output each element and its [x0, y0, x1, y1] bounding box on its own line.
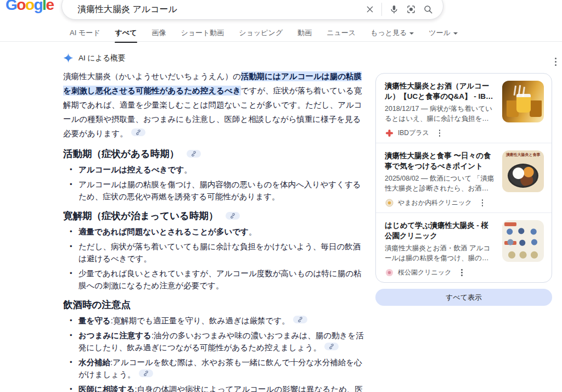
section-heading: 飲酒時の注意点	[63, 298, 364, 311]
citation-link-icon[interactable]	[187, 150, 201, 158]
ai-overview-menu-icon[interactable]	[553, 56, 558, 68]
source-card-thumbnail[interactable]	[502, 81, 544, 122]
logo-letter: o	[25, 0, 34, 13]
citation-link-icon[interactable]	[293, 316, 307, 323]
bullet-text: 少量であれば良いとされていますが、アルコール度数が高いものは特に腸の粘膜への刺激…	[78, 269, 362, 290]
bullet-text: 。	[249, 227, 257, 236]
bullet-item: おつまみに注意する:油分の多いおつまみや味の濃いおつまみは、腸の動きを活発にした…	[63, 329, 364, 354]
source-name[interactable]: IBDプラス	[398, 128, 429, 138]
source-favicon	[385, 199, 394, 208]
citation-link-icon[interactable]	[131, 128, 145, 136]
section-heading: 寛解期（症状が治まっている時期）	[63, 209, 364, 222]
tab-label: ニュース	[327, 28, 356, 38]
search-bar[interactable]	[61, 0, 443, 20]
google-logo[interactable]: Google	[5, 0, 53, 14]
tab-label: ショート動画	[181, 28, 224, 38]
tab-画像[interactable]: 画像	[151, 28, 166, 39]
source-attribution-row: やまおか内科クリニック	[385, 198, 544, 208]
section-bullet-list: アルコールは控えるべきです。アルコールは腸の粘膜を傷つけ、腸内容物の悪いものを体…	[63, 164, 364, 203]
bullet-item: アルコールは腸の粘膜を傷つけ、腸内容物の悪いものを体内へ入りやすくするため、症状…	[63, 178, 364, 203]
bullet-text: 。	[184, 165, 192, 174]
ai-overview-panel: AI による概要 潰瘍性大腸炎（かいようせいだいちょうえん）の活動期にはアルコー…	[63, 53, 364, 392]
source-attribution-row: IBDプラス	[385, 128, 544, 138]
bullet-bold-text: 医師に相談する	[78, 385, 135, 392]
search-input[interactable]	[77, 4, 366, 14]
source-card-title[interactable]: はじめて学ぶ潰瘍性大腸炎 - 桜公園クリニック	[385, 220, 496, 241]
source-card-title[interactable]: 潰瘍性大腸炎と食事 〜日々の食事で気をつけるべきポイント	[385, 150, 496, 171]
source-card-thumbnail[interactable]	[502, 220, 544, 262]
bullet-item: 水分補給:アルコールを飲む際は、水やお茶も一緒に飲んで十分な水分補給を心がけまし…	[63, 356, 364, 380]
tab-label: 動画	[297, 28, 312, 38]
tab-label: 画像	[151, 28, 166, 38]
source-attribution-row: 桜公園クリニック	[385, 268, 544, 277]
bullet-item: 量を守る:寛解期でも適正量を守り、飲み過ぎは厳禁です。	[63, 315, 364, 327]
tab-もっと見る[interactable]: もっと見る	[370, 28, 414, 39]
tab-動画[interactable]: 動画	[297, 28, 312, 39]
chevron-down-icon	[453, 32, 458, 35]
ai-overview-intro: 潰瘍性大腸炎（かいようせいだいちょうえん）の活動期にはアルコールは腸の粘膜を刺激…	[63, 69, 364, 141]
source-card-snippet: 2025/08/02 — 飲酒について 「潰瘍性大腸炎と診断されたら、お酒はもう…	[385, 173, 496, 193]
card-menu-icon[interactable]	[438, 128, 442, 138]
bullet-bold-text: おつまみに注意する	[78, 331, 151, 340]
source-card-text: 潰瘍性大腸炎と食事 〜日々の食事で気をつけるべきポイント2025/08/02 —…	[385, 150, 502, 193]
tab-すべて[interactable]: すべて	[115, 28, 137, 39]
clear-icon[interactable]	[366, 5, 374, 14]
bullet-item: 医師に相談する:自身の体調や病状によってアルコールの影響は異なるため、医師と相談…	[63, 383, 364, 392]
source-card-snippet: 潰瘍性大腸炎とお酒・飲酒 アルコールは腸の粘膜を傷つけ、腸の内容物の悪いものを体…	[385, 243, 496, 263]
bullet-item: アルコールは控えるべきです。	[63, 164, 364, 176]
ai-overview-header: AI による概要	[63, 53, 364, 63]
bullet-bold-text: 量を守る	[78, 316, 111, 325]
bullet-text: アルコールは腸の粘膜を傷つけ、腸内容物の悪いものを体内へ入りやすくするため、症状…	[78, 180, 361, 201]
source-name[interactable]: 桜公園クリニック	[398, 268, 451, 277]
mic-icon[interactable]	[389, 4, 399, 14]
ai-overview-label: AI による概要	[78, 53, 125, 63]
bullet-bold-text: アルコールは控えるべきです	[78, 165, 184, 174]
ai-sparkle-icon	[63, 53, 74, 63]
source-card[interactable]: 潰瘍性大腸炎とお酒（アルコール）【UCと食事のQ&A】 - IBDプラス2018…	[376, 74, 552, 143]
logo-letter: G	[5, 0, 16, 13]
bullet-item: ただし、病状が落ち着いていても腸に余計な負担をかけないよう、毎日の飲酒は避けるべ…	[63, 240, 364, 265]
section-heading-text: 活動期（症状がある時期）	[63, 147, 179, 160]
tab-label: もっと見る	[370, 28, 407, 38]
source-favicon	[385, 268, 394, 277]
bullet-bold-text: 水分補給	[78, 358, 110, 367]
tab-AI モード[interactable]: AI モード	[70, 28, 100, 39]
citation-link-icon[interactable]	[324, 343, 339, 350]
search-result-tabs: AI モードすべて画像ショート動画ショッピング動画ニュースもっと見るツール	[70, 27, 458, 40]
source-name[interactable]: やまおか内科クリニック	[398, 198, 472, 208]
thumbnail-caption: 潰瘍性大腸炎と食事	[502, 152, 544, 158]
bullet-text: :寛解期でも適正量を守り、飲み過ぎは厳禁です。	[111, 316, 290, 325]
source-card-thumbnail[interactable]: 潰瘍性大腸炎と食事	[502, 150, 544, 192]
lens-icon[interactable]	[406, 4, 416, 14]
citation-link-icon[interactable]	[226, 212, 240, 220]
tab-ショート動画[interactable]: ショート動画	[181, 28, 224, 39]
logo-letter: g	[34, 0, 43, 13]
header-divider	[0, 41, 562, 42]
citation-link-icon[interactable]	[139, 369, 153, 377]
bullet-text: ただし、病状が落ち着いていても腸に余計な負担をかけないよう、毎日の飲酒は避けるべ…	[78, 242, 361, 263]
intro-text: 潰瘍性大腸炎（かいようせいだいちょうえん）の	[63, 72, 241, 81]
tab-ツール[interactable]: ツール	[429, 28, 458, 39]
logo-letter: e	[46, 0, 53, 13]
source-card[interactable]: はじめて学ぶ潰瘍性大腸炎 - 桜公園クリニック潰瘍性大腸炎とお酒・飲酒 アルコー…	[376, 212, 552, 282]
card-menu-icon[interactable]	[481, 198, 485, 208]
tab-label: AI モード	[70, 28, 100, 38]
source-favicon	[385, 129, 394, 138]
source-card-text: はじめて学ぶ潰瘍性大腸炎 - 桜公園クリニック潰瘍性大腸炎とお酒・飲酒 アルコー…	[385, 220, 502, 263]
chevron-down-icon	[409, 32, 414, 35]
tab-ショッピング[interactable]: ショッピング	[239, 28, 283, 39]
source-card-text: 潰瘍性大腸炎とお酒（アルコール）【UCと食事のQ&A】 - IBDプラス2018…	[385, 81, 502, 124]
source-card-title[interactable]: 潰瘍性大腸炎とお酒（アルコール）【UCと食事のQ&A】 - IBDプラス	[385, 81, 496, 102]
logo-letter: o	[16, 0, 25, 13]
tab-ニュース[interactable]: ニュース	[327, 28, 356, 39]
tab-label: すべて	[115, 28, 137, 38]
tab-label: ショッピング	[239, 28, 283, 38]
search-icon[interactable]	[423, 4, 433, 14]
searchbar-divider	[381, 3, 382, 16]
source-card[interactable]: 潰瘍性大腸炎と食事 〜日々の食事で気をつけるべきポイント2025/08/02 —…	[376, 143, 552, 212]
card-menu-icon[interactable]	[460, 268, 464, 277]
bullet-bold-text: 適量であれば問題ないとされることが多いです	[78, 227, 249, 236]
section-bullet-list: 量を守る:寛解期でも適正量を守り、飲み過ぎは厳禁です。おつまみに注意する:油分の…	[63, 315, 364, 392]
ai-overview-sections: 活動期（症状がある時期）アルコールは控えるべきです。アルコールは腸の粘膜を傷つけ…	[63, 147, 364, 392]
show-all-button[interactable]: すべて表示	[375, 289, 552, 306]
